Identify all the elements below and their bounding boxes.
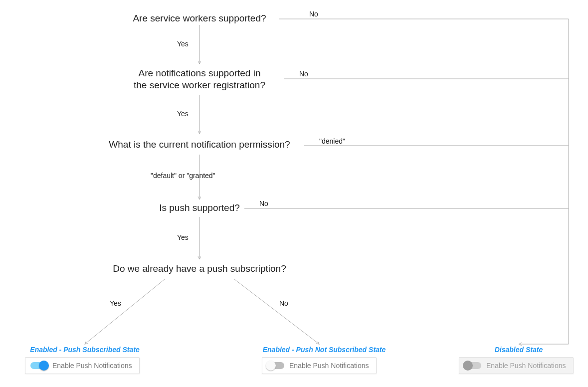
question-permission: What is the current notification permiss… — [95, 139, 304, 151]
toggle-label: Enable Push Notifications — [52, 362, 132, 370]
toggle-on-icon[interactable] — [30, 362, 47, 369]
svg-line-9 — [85, 279, 165, 344]
label-default-granted: "default" or "granted" — [151, 172, 215, 180]
toggle-label: Enable Push Notifications — [486, 362, 566, 370]
state-title-not-subscribed: Enabled - Push Not Subscribed State — [249, 346, 399, 354]
label-no-4: No — [259, 199, 268, 207]
toggle-disabled-icon — [464, 362, 481, 369]
label-no-5: No — [279, 299, 288, 307]
flowchart: Are service workers supported? Are notif… — [0, 0, 588, 387]
state-title-subscribed: Enabled - Push Subscribed State — [20, 346, 150, 354]
card-not-subscribed: Enable Push Notifications — [262, 357, 377, 374]
label-yes-4: Yes — [177, 233, 189, 241]
label-yes-1: Yes — [177, 40, 189, 48]
card-disabled: Enable Push Notifications — [459, 357, 574, 374]
card-subscribed: Enable Push Notifications — [25, 357, 140, 374]
label-yes-2: Yes — [177, 110, 189, 118]
flow-lines — [0, 0, 588, 387]
question-service-workers: Are service workers supported? — [120, 12, 279, 24]
toggle-off-icon[interactable] — [267, 362, 284, 369]
question-have-subscription: Do we already have a push subscription? — [100, 263, 299, 275]
svg-line-10 — [234, 279, 319, 344]
question-notifications-supported: Are notifications supported in the servi… — [120, 67, 279, 91]
question-push-supported: Is push supported? — [150, 202, 249, 214]
state-title-disabled: Disabled State — [469, 346, 569, 354]
label-denied: "denied" — [319, 137, 345, 145]
toggle-label: Enable Push Notifications — [289, 362, 369, 370]
label-no-2: No — [299, 70, 308, 78]
label-no-1: No — [309, 10, 318, 18]
label-yes-5: Yes — [110, 299, 121, 307]
